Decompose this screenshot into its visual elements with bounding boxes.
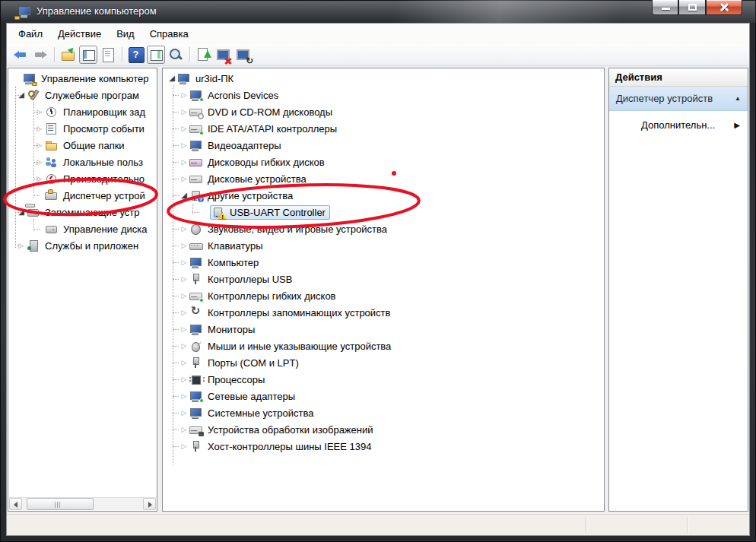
expand-arrow-icon[interactable]: ▷ — [179, 154, 189, 170]
minimize-button[interactable] — [652, 0, 678, 15]
expand-arrow-icon[interactable]: ▷ — [179, 404, 189, 421]
device-tree-item-0[interactable]: ◢ur3id-ПК — [164, 70, 603, 87]
tree-item-label: Службы и приложен — [43, 239, 141, 252]
console-tree-toggle-icon[interactable] — [79, 46, 97, 64]
badge — [199, 398, 204, 403]
actions-more-item[interactable]: Дополнительн... ▶ — [609, 111, 748, 138]
menu-item-0[interactable]: Файл — [11, 25, 50, 43]
console-tree-item-6[interactable]: ▷Производительно — [9, 170, 156, 187]
console-tree-item-5[interactable]: ▷Локальные польз — [9, 154, 156, 170]
expand-arrow-icon[interactable]: ▷ — [179, 103, 189, 120]
tree-item-label: Локальные польз — [61, 156, 145, 169]
video-adapter-icon — [189, 139, 202, 151]
expand-arrow-icon[interactable]: ▷ — [34, 120, 45, 137]
expand-arrow-icon[interactable]: ▷ — [179, 321, 189, 338]
expand-arrow-icon[interactable]: ▷ — [179, 254, 189, 271]
menu-item-3[interactable]: Справка — [142, 25, 196, 43]
actions-device-manager-section[interactable]: Диспетчер устройств ▲ — [609, 87, 748, 111]
update-driver-icon[interactable] — [195, 46, 213, 64]
console-tree-item-7[interactable]: Диспетчер устрой — [9, 187, 156, 204]
expand-arrow-icon[interactable]: ▷ — [179, 371, 189, 388]
close-button[interactable] — [706, 0, 742, 15]
device-tree-item-21[interactable]: ▷Устройства обработки изображений — [164, 421, 603, 438]
expand-arrow-icon[interactable]: ▷ — [179, 354, 189, 371]
expand-arrow-icon[interactable]: ▷ — [179, 137, 189, 154]
expand-arrow-icon[interactable]: ▷ — [179, 120, 189, 137]
collapse-arrow-icon[interactable]: ◢ — [16, 87, 27, 103]
menu-item-2[interactable]: Вид — [109, 25, 142, 43]
action-pane-toggle-icon[interactable] — [147, 46, 165, 64]
back-icon[interactable] — [11, 46, 30, 64]
device-tree-item-2[interactable]: ▷DVD и CD-ROM дисководы — [164, 103, 603, 120]
device-tree-item-5[interactable]: ▷Дисководы гибких дисков — [164, 154, 603, 170]
device-tree-item-1[interactable]: ▷Acronis Devices — [164, 87, 603, 103]
scroll-right-button[interactable] — [143, 498, 156, 510]
device-tree-item-8[interactable]: !USB-UART Controller — [164, 204, 603, 220]
collapse-arrow-icon[interactable]: ◢ — [179, 187, 189, 204]
console-tree-item-8[interactable]: ◢Запоминающие устр — [9, 204, 156, 220]
search-computer-icon[interactable] — [167, 46, 185, 64]
properties-icon[interactable] — [99, 46, 117, 64]
device-tree-item-22[interactable]: ▷Хост-контроллеры шины IEEE 1394 — [164, 438, 603, 455]
horizontal-scrollbar[interactable] — [9, 497, 156, 510]
console-tree-item-9[interactable]: Управление диска — [9, 220, 156, 237]
actions-section-label: Диспетчер устройств — [616, 93, 713, 104]
device-tree-item-14[interactable]: ▷Контроллеры запоминающих устройств — [164, 304, 603, 321]
device-tree-item-17[interactable]: ▷Порты (COM и LPT) — [164, 354, 603, 371]
selected-item-highlight: !USB-UART Controller — [210, 205, 330, 220]
scan-hardware-icon[interactable] — [234, 46, 253, 64]
console-tree-item-4[interactable]: ▷Общие папки — [9, 137, 156, 154]
storage-icon — [27, 206, 40, 218]
uninstall-device-icon[interactable] — [214, 46, 233, 64]
device-tree-item-3[interactable]: ▷IDE ATA/ATAPI контроллеры — [164, 120, 603, 137]
expand-arrow-icon[interactable]: ▷ — [34, 137, 45, 154]
device-tree-item-11[interactable]: ▷Компьютер — [164, 254, 603, 271]
expand-arrow-icon[interactable]: ▷ — [179, 237, 189, 254]
expand-arrow-icon[interactable]: ▷ — [179, 438, 189, 455]
toolbar-separator — [189, 47, 190, 62]
device-tree-item-16[interactable]: ▷Мыши и иные указывающие устройства — [164, 338, 603, 354]
device-tree-item-10[interactable]: ▷Клавиатуры — [164, 237, 603, 254]
collapse-chevron-icon[interactable]: ▲ — [735, 95, 741, 102]
expand-arrow-icon[interactable]: ▷ — [179, 338, 189, 354]
expand-arrow-icon[interactable]: ▷ — [34, 170, 45, 187]
device-tree-item-13[interactable]: ▷Контроллеры гибких дисков — [164, 287, 603, 304]
expand-arrow-icon[interactable]: ▷ — [179, 170, 189, 187]
device-tree-item-9[interactable]: ▷Звуковые, видео и игровые устройства — [164, 220, 603, 237]
device-tree-item-20[interactable]: ▷Системные устройства — [164, 404, 603, 421]
expand-arrow-icon[interactable]: ▷ — [34, 154, 45, 170]
console-tree-item-0[interactable]: Управление компьютер — [9, 70, 156, 87]
expand-arrow-icon[interactable]: ▷ — [179, 304, 189, 321]
expand-arrow-icon[interactable]: ▷ — [16, 237, 27, 254]
badge — [199, 97, 204, 102]
expand-arrow-icon[interactable]: ▷ — [179, 220, 189, 237]
export-list-icon[interactable] — [59, 46, 78, 64]
imaging-devices-icon — [189, 423, 202, 436]
console-tree-item-3[interactable]: ▷Просмотр событи — [9, 120, 156, 137]
device-tree-item-6[interactable]: ▷Дисковые устройства — [164, 170, 603, 187]
device-tree-item-7[interactable]: ◢?Другие устройства — [164, 187, 603, 204]
expand-arrow-icon[interactable]: ▷ — [34, 103, 45, 120]
expand-arrow-icon[interactable]: ▷ — [179, 388, 189, 404]
device-tree-item-4[interactable]: ▷Видеоадаптеры — [164, 137, 603, 154]
scrollbar-thumb[interactable] — [27, 498, 94, 510]
device-tree-item-15[interactable]: ▷Мониторы — [164, 321, 603, 338]
expand-arrow-icon[interactable]: ▷ — [179, 271, 189, 287]
collapse-arrow-icon[interactable]: ◢ — [167, 70, 177, 87]
maximize-button[interactable] — [678, 0, 706, 15]
expand-arrow-icon[interactable]: ▷ — [179, 287, 189, 304]
help-icon[interactable] — [127, 46, 145, 64]
device-tree-item-12[interactable]: ▷Контроллеры USB — [164, 271, 603, 287]
menu-item-1[interactable]: Действие — [50, 25, 109, 43]
expand-arrow-icon[interactable]: ▷ — [179, 87, 189, 103]
console-tree-item-10[interactable]: ▷Службы и приложен — [9, 237, 156, 254]
device-tree-item-18[interactable]: ▷Процессоры — [164, 371, 603, 388]
tree-item-label: Просмотр событи — [61, 122, 147, 135]
console-tree-item-2[interactable]: ▷Планировщик зад — [9, 103, 156, 120]
expand-arrow-icon[interactable]: ▷ — [179, 421, 189, 438]
device-tree-item-19[interactable]: ▷Сетевые адаптеры — [164, 388, 603, 404]
tree-item-label: Управление диска — [61, 223, 149, 236]
console-tree-item-1[interactable]: ◢Служебные програм — [9, 87, 156, 103]
forward-icon[interactable] — [31, 46, 49, 64]
scroll-left-button[interactable] — [9, 498, 22, 510]
